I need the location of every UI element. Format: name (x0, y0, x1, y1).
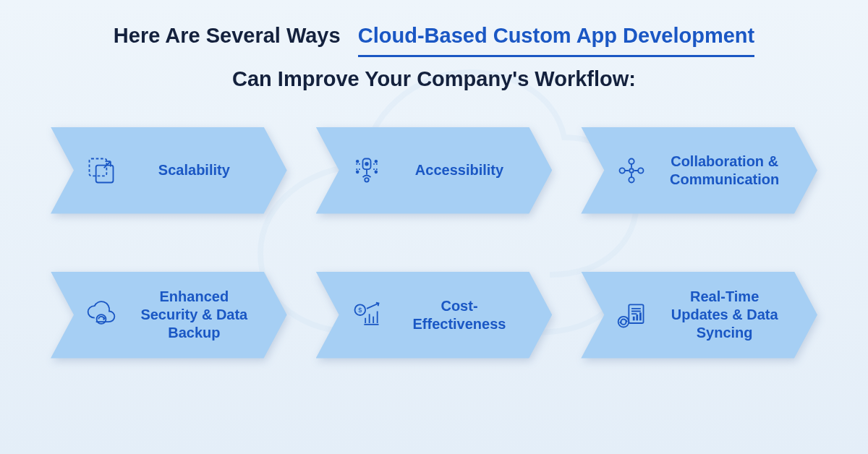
svg-point-8 (375, 171, 377, 173)
card-security-backup: Enhanced Security & Data Backup (51, 272, 287, 359)
heading-highlight: Cloud-Based Custom App Development (358, 20, 754, 57)
page-heading: Here Are Several Ways Cloud-Based Custom… (43, 20, 825, 91)
svg-text:$: $ (358, 307, 362, 314)
sync-icon (616, 299, 647, 331)
svg-point-9 (629, 158, 634, 163)
card-label: Accessibility (396, 161, 524, 179)
security-backup-icon (85, 299, 117, 331)
accessibility-icon (351, 155, 383, 187)
svg-point-11 (620, 168, 625, 173)
card-label: Cost-Effectiveness (396, 297, 524, 333)
card-collaboration: Collaboration & Communication (581, 127, 817, 214)
card-label: Enhanced Security & Data Backup (130, 288, 258, 342)
cards-grid: Scalability (43, 127, 825, 359)
svg-point-12 (638, 168, 643, 173)
heading-part1: Here Are Several Ways (114, 24, 341, 47)
card-cost: $ Cost-Effectiveness (316, 272, 553, 359)
svg-point-3 (365, 163, 368, 166)
card-sync: Real-Time Updates & Data Syncing (581, 272, 817, 359)
svg-rect-20 (639, 312, 642, 320)
heading-part2: Can Improve Your Company's Workflow: (43, 67, 825, 91)
svg-rect-19 (637, 314, 639, 320)
svg-point-21 (618, 316, 629, 327)
card-scalability: Scalability (51, 127, 287, 214)
card-accessibility: Accessibility (316, 127, 553, 214)
card-label: Real-Time Updates & Data Syncing (660, 288, 788, 342)
svg-rect-18 (633, 316, 635, 320)
svg-point-7 (356, 171, 358, 173)
svg-point-13 (630, 168, 634, 173)
svg-point-10 (629, 177, 634, 182)
scale-icon (85, 155, 117, 187)
svg-point-5 (356, 160, 358, 162)
svg-point-4 (365, 178, 369, 182)
card-label: Collaboration & Communication (660, 153, 788, 189)
card-label: Scalability (130, 161, 258, 179)
cost-icon: $ (351, 299, 383, 331)
svg-point-6 (375, 160, 377, 162)
collaboration-icon (616, 155, 647, 187)
